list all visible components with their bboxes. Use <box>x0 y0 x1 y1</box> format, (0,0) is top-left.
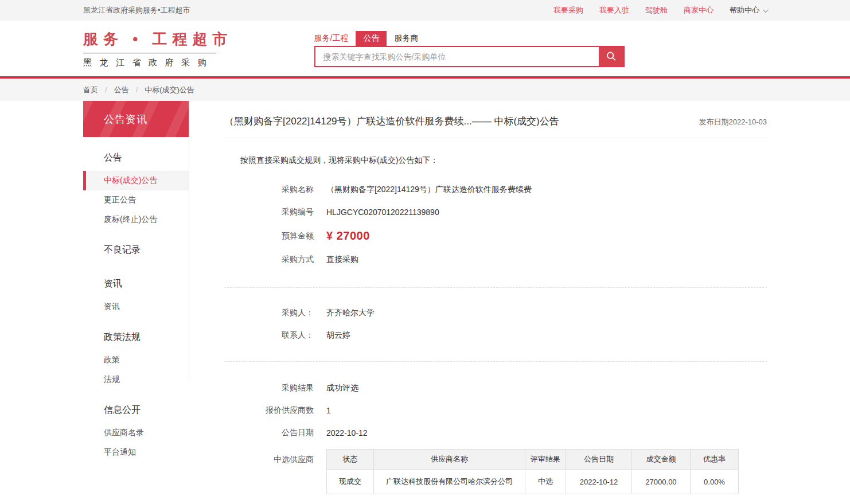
field-bidder-count: 报价供应商数 1 <box>224 405 767 416</box>
sidebar-group-announcements: 公告 中标(成交)公告 更正公告 废标(终止)公告 <box>83 145 189 229</box>
breadcrumb: 首页 / 公告 / 中标(成交)公告 <box>83 79 767 101</box>
sidebar-group-title: 公告 <box>83 145 189 171</box>
field-label: 中选供应商 <box>224 449 314 465</box>
cell-announce-date: 2022-10-12 <box>566 470 632 494</box>
tab-announcements[interactable]: 公告 <box>356 31 387 46</box>
chevron-down-icon <box>763 7 769 13</box>
col-discount-rate: 优惠率 <box>691 450 739 470</box>
field-value: 胡云婷 <box>326 330 350 341</box>
field-procurement-method: 采购方式 直接采购 <box>224 255 767 265</box>
field-label: 采购结果 <box>224 383 314 393</box>
article-header: （黑财购备字[2022]14129号）广联达造价软件服务费续...—— 中标(成… <box>224 115 767 138</box>
main-area: 公告资讯 公告 中标(成交)公告 更正公告 废标(终止)公告 不良记录 资讯 资… <box>0 101 850 504</box>
field-label: 报价供应商数 <box>224 405 314 416</box>
breadcrumb-separator: / <box>136 85 138 94</box>
tab-services-projects[interactable]: 服务/工程 <box>314 31 356 46</box>
field-buyer: 采购人： 齐齐哈尔大学 <box>224 308 767 318</box>
field-contact-person: 联系人： 胡云婷 <box>224 330 767 341</box>
field-value: （黑财购备字[2022]14129号）广联达造价软件服务费续费 <box>326 185 532 195</box>
topnav-link-buy[interactable]: 我要采购 <box>553 5 583 15</box>
sidebar-group-title: 政策法规 <box>83 325 189 350</box>
field-value: 1 <box>326 406 331 415</box>
page-title: （黑财购备字[2022]14129号）广联达造价软件服务费续...—— 中标(成… <box>224 115 559 128</box>
sidebar-item-supplier-directory[interactable]: 供应商名录 <box>83 423 189 443</box>
sidebar-group-bad-records: 不良记录 <box>83 237 189 263</box>
sidebar-group-policies: 政策法规 政策 法规 <box>83 325 189 389</box>
breadcrumb-announcements[interactable]: 公告 <box>114 85 129 95</box>
field-label: 公告日期 <box>224 428 314 438</box>
col-deal-amount: 成交金额 <box>632 450 691 470</box>
sidebar: 公告资讯 公告 中标(成交)公告 更正公告 废标(终止)公告 不良记录 资讯 资… <box>83 101 189 462</box>
award-table-header-row: 状态 供应商名称 评审结果 公告日期 成交金额 优惠率 <box>327 450 739 470</box>
topnav-link-cockpit[interactable]: 驾驶舱 <box>645 5 668 15</box>
sidebar-group-title: 信息公开 <box>83 397 189 423</box>
field-label: 联系人： <box>224 330 314 341</box>
sidebar-item-regulation[interactable]: 法规 <box>83 370 189 389</box>
search-button[interactable] <box>599 47 623 66</box>
help-center-label: 帮助中心 <box>730 5 759 15</box>
field-value: 2022-10-12 <box>326 428 368 437</box>
breadcrumb-bar: 首页 / 公告 / 中标(成交)公告 <box>0 79 850 101</box>
topnav-link-merchant-center[interactable]: 商家中心 <box>684 5 713 15</box>
sidebar-header: 公告资讯 <box>83 101 189 137</box>
field-procurement-name: 采购名称 （黑财购备字[2022]14129号）广联达造价软件服务费续费 <box>224 185 767 195</box>
search-input[interactable] <box>315 47 599 66</box>
field-procurement-result: 采购结果 成功评选 <box>224 383 767 393</box>
cell-discount-rate: 0.00% <box>691 470 739 494</box>
cell-status: 现成交 <box>327 470 374 494</box>
field-label: 采购人： <box>224 308 314 318</box>
top-nav: 我要采购 我要入驻 驾驶舱 商家中心 帮助中心 <box>553 5 767 15</box>
tab-suppliers[interactable]: 服务商 <box>387 31 426 46</box>
breadcrumb-separator: / <box>105 85 107 94</box>
logo-subtitle: 黑龙江省政府采购 <box>83 57 233 68</box>
sidebar-item-platform-notices[interactable]: 平台通知 <box>83 443 189 462</box>
logo-divider <box>83 53 216 53</box>
breadcrumb-current: 中标(成交)公告 <box>145 85 194 95</box>
basic-info-section: 采购名称 （黑财购备字[2022]14129号）广联达造价软件服务费续费 采购编… <box>224 185 767 265</box>
winner-section: 中选供应商 状态 供应商名称 评审结果 公告日期 <box>224 449 767 494</box>
field-value: 直接采购 <box>326 255 358 265</box>
search-tabs: 服务/工程 公告 服务商 <box>314 31 625 46</box>
result-section: 采购结果 成功评选 报价供应商数 1 公告日期 2022-10-12 中选供应商 <box>224 361 767 494</box>
field-label: 采购名称 <box>224 185 314 195</box>
sidebar-item-news[interactable]: 资讯 <box>83 297 189 317</box>
sidebar-group-title: 资讯 <box>83 271 189 297</box>
buyer-section: 采购人： 齐齐哈尔大学 联系人： 胡云婷 <box>224 287 767 341</box>
article-content: （黑财购备字[2022]14129号）广联达造价软件服务费续...—— 中标(成… <box>224 101 767 504</box>
site-logo[interactable]: 服务 • 工程超市 黑龙江省政府采购 <box>83 29 233 68</box>
site-title: 黑龙江省政府采购服务•工程超市 <box>83 5 190 15</box>
field-procurement-number: 采购编号 HLJGCYC02070120221139890 <box>224 207 767 217</box>
col-review-result: 评审结果 <box>525 450 566 470</box>
cell-supplier-name: 广联达科技股份有限公司哈尔滨分公司 <box>374 470 525 494</box>
topnav-help-center[interactable]: 帮助中心 <box>730 5 767 15</box>
field-label: 预算金额 <box>224 231 314 241</box>
search-area: 服务/工程 公告 服务商 <box>314 31 625 67</box>
sidebar-group-title: 不良记录 <box>83 237 189 263</box>
award-table-row: 现成交 广联达科技股份有限公司哈尔滨分公司 中选 2022-10-12 2700… <box>327 470 739 494</box>
award-table: 状态 供应商名称 评审结果 公告日期 成交金额 优惠率 现成交 <box>326 449 739 494</box>
article-intro: 按照直接采购成交规则，现将采购中标(成交)公告如下： <box>240 155 767 166</box>
sidebar-item-policy[interactable]: 政策 <box>83 350 189 370</box>
sidebar-group-news: 资讯 资讯 <box>83 271 189 317</box>
field-value: 成功评选 <box>326 383 358 393</box>
field-announcement-date: 公告日期 2022-10-12 <box>224 428 767 438</box>
search-box <box>314 46 625 67</box>
col-status: 状态 <box>327 450 374 470</box>
field-label: 采购方式 <box>224 255 314 265</box>
sidebar-item-correction-announcements[interactable]: 更正公告 <box>83 190 189 210</box>
sidebar-item-cancelled-announcements[interactable]: 废标(终止)公告 <box>83 210 189 229</box>
top-utility-bar: 黑龙江省政府采购服务•工程超市 我要采购 我要入驻 驾驶舱 商家中心 帮助中心 <box>0 0 850 21</box>
sidebar-item-award-announcements[interactable]: 中标(成交)公告 <box>83 171 189 190</box>
publish-date: 发布日期2022-10-03 <box>699 117 767 127</box>
site-header: 服务 • 工程超市 黑龙江省政府采购 服务/工程 公告 服务商 <box>0 21 850 76</box>
topnav-link-join[interactable]: 我要入驻 <box>599 5 629 15</box>
cell-deal-amount: 27000.00 <box>632 470 691 494</box>
field-value: 齐齐哈尔大学 <box>326 308 375 318</box>
search-icon <box>606 51 617 62</box>
field-budget-amount: 预算金额 ¥ 27000 <box>224 229 767 243</box>
cell-review-result: 中选 <box>525 470 566 494</box>
budget-amount: ¥ 27000 <box>326 229 370 243</box>
field-label: 采购编号 <box>224 207 314 217</box>
col-supplier-name: 供应商名称 <box>374 450 525 470</box>
breadcrumb-home[interactable]: 首页 <box>83 85 98 95</box>
